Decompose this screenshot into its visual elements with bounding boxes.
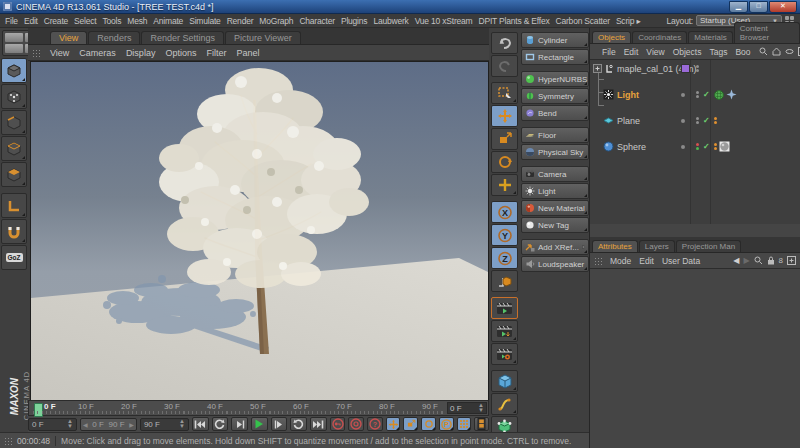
om-bookmarks[interactable]: Boo <box>735 47 750 57</box>
menu-script[interactable]: Scrip ▸ <box>616 16 641 26</box>
start-frame-field[interactable]: 0 F▲▼ <box>28 418 77 431</box>
menu-mesh[interactable]: Mesh <box>127 16 147 26</box>
menu-edit[interactable]: Edit <box>24 16 38 26</box>
palette-cylinder-button[interactable]: Cylinder <box>521 32 589 48</box>
visibility-dots[interactable] <box>696 91 699 98</box>
next-frame-button[interactable] <box>271 417 288 431</box>
minimize-button[interactable]: ▁ <box>729 1 748 13</box>
visibility-dots[interactable] <box>696 65 699 72</box>
range-slider[interactable]: ◀ 0 F90 F ▶ <box>80 418 137 431</box>
polygon-mode-button[interactable] <box>1 162 27 187</box>
target-tag-icon[interactable] <box>726 89 737 100</box>
panel-grip-icon[interactable] <box>594 257 602 265</box>
tab-picture-viewer[interactable]: Picture Viewer <box>225 31 301 44</box>
edge-mode-button[interactable] <box>1 110 27 135</box>
last-tool-button[interactable] <box>491 174 518 196</box>
play-button[interactable] <box>251 417 268 431</box>
om-edit[interactable]: Edit <box>624 47 639 57</box>
tab-attributes[interactable]: Attributes <box>592 240 638 252</box>
panel-grip-icon[interactable] <box>32 49 40 57</box>
render-settings-button[interactable] <box>491 343 518 365</box>
palette-symmetry-button[interactable]: Symmetry <box>521 88 589 104</box>
snap-button[interactable] <box>1 219 27 244</box>
enabled-check-icon[interactable]: ✓ <box>703 90 710 99</box>
tab-coordinates[interactable]: Coordinates <box>632 31 687 43</box>
play-backward-button[interactable] <box>212 417 229 431</box>
tree-row-plane[interactable]: Plane ✓ <box>590 114 800 127</box>
menu-dpit[interactable]: DPIT Plants & Effex <box>479 16 550 26</box>
end-frame-field[interactable]: 90 F▲▼ <box>140 418 189 431</box>
tree-row-light[interactable]: Light ✓ <box>590 88 800 101</box>
vpmenu-display[interactable]: Display <box>126 48 156 58</box>
vpmenu-panel[interactable]: Panel <box>236 48 259 58</box>
menu-create[interactable]: Create <box>44 16 68 26</box>
tab-render-settings[interactable]: Render Settings <box>141 31 224 44</box>
play-forward-button[interactable] <box>290 417 307 431</box>
menu-character[interactable]: Character <box>299 16 335 26</box>
enabled-check-icon[interactable]: ✓ <box>703 142 710 151</box>
compositing-tag-icon[interactable] <box>714 90 724 100</box>
palette-light-button[interactable]: Light <box>521 183 589 199</box>
goz-button[interactable]: GoZ <box>1 245 27 270</box>
lock-y-axis-button[interactable]: Y <box>491 224 518 246</box>
range-left-arrow[interactable]: ◀ <box>83 421 88 428</box>
home-icon[interactable] <box>772 47 781 56</box>
tree-row-sphere[interactable]: Sphere ✓ <box>590 140 800 153</box>
tab-objects[interactable]: Objects <box>592 31 631 43</box>
lock-x-axis-button[interactable]: X <box>491 201 518 223</box>
palette-loudspeaker-button[interactable]: Loudspeaker <box>521 256 589 272</box>
panel-grip-icon[interactable] <box>4 437 12 445</box>
tag-icons[interactable] <box>714 143 717 150</box>
layer-color-tag[interactable] <box>681 64 690 73</box>
link-icon[interactable] <box>785 47 794 56</box>
viewport-canvas[interactable] <box>30 61 489 401</box>
point-mode-button[interactable] <box>1 84 27 109</box>
scale-tool-button[interactable] <box>491 128 518 150</box>
palette-camera-button[interactable]: Camera <box>521 166 589 182</box>
history-forward-icon[interactable]: ▶ <box>743 256 749 265</box>
redo-button[interactable] <box>491 55 518 77</box>
tab-renders[interactable]: Renders <box>88 31 140 44</box>
tab-view[interactable]: View <box>50 31 87 44</box>
palette-physical-sky-button[interactable]: Physical Sky <box>521 144 589 160</box>
history-back-icon[interactable]: ◀ <box>733 256 739 265</box>
timeline-ruler[interactable]: 0 F 10 F 20 F 30 F 40 F 50 F 60 F 70 F 8… <box>28 400 489 416</box>
om-view[interactable]: View <box>646 47 664 57</box>
palette-hypernurbs-button[interactable]: HyperNURBS <box>521 71 589 87</box>
vpmenu-options[interactable]: Options <box>165 48 196 58</box>
key-position-toggle[interactable] <box>386 417 401 431</box>
menu-simulate[interactable]: Simulate <box>189 16 220 26</box>
render-picture-viewer-button[interactable] <box>491 320 518 342</box>
model-mode-button[interactable] <box>1 58 27 83</box>
menu-file[interactable]: File <box>5 16 18 26</box>
palette-rectangle-button[interactable]: Rectangle <box>521 49 589 65</box>
menu-plugins[interactable]: Plugins <box>341 16 367 26</box>
search-icon[interactable] <box>754 256 763 265</box>
spline-pen-button[interactable] <box>491 393 518 415</box>
visibility-dots[interactable] <box>696 117 699 124</box>
vpmenu-filter[interactable]: Filter <box>206 48 226 58</box>
object-axis-mode-button[interactable] <box>1 193 27 218</box>
live-selection-button[interactable] <box>491 82 518 104</box>
playhead[interactable] <box>34 403 43 417</box>
am-edit[interactable]: Edit <box>639 256 654 266</box>
am-user-data[interactable]: User Data <box>662 256 700 266</box>
key-pla-toggle[interactable] <box>457 417 472 431</box>
rotate-tool-button[interactable] <box>491 151 518 173</box>
palette-new-material-button[interactable]: New Material <box>521 200 589 216</box>
expand-icon[interactable] <box>593 64 602 73</box>
tag-icons[interactable] <box>714 117 717 124</box>
menu-vue-xstream[interactable]: Vue 10 xStream <box>415 16 473 26</box>
texture-tag-icon[interactable] <box>719 141 730 152</box>
add-cube-button[interactable] <box>491 370 518 392</box>
menu-select[interactable]: Select <box>74 16 96 26</box>
am-mode[interactable]: Mode <box>610 256 631 266</box>
close-button[interactable]: ✕ <box>769 1 797 13</box>
render-view-button[interactable] <box>491 297 518 319</box>
enabled-check-icon[interactable]: ✓ <box>703 116 710 125</box>
visibility-dots[interactable] <box>696 143 699 150</box>
maximize-button[interactable]: □ <box>749 1 768 13</box>
search-icon[interactable] <box>759 47 768 56</box>
goto-start-button[interactable] <box>192 417 209 431</box>
menu-render[interactable]: Render <box>227 16 254 26</box>
